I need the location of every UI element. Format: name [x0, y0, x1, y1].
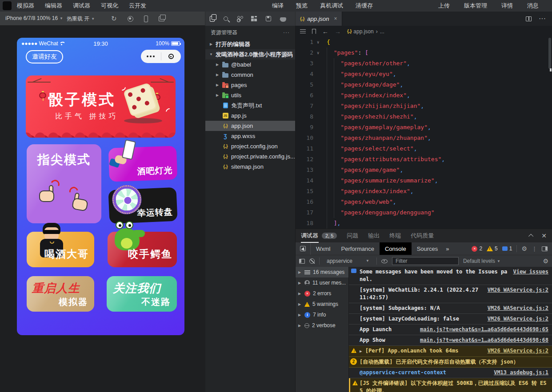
explorer-item-免责声明.txt[interactable]: 免责声明.txt [205, 100, 295, 111]
source-link[interactable]: VM26 WAService.js:2 [488, 347, 548, 355]
forward-arrow-icon[interactable]: → [335, 28, 341, 35]
console-sidebar-11-user-mes...[interactable]: ▶11 user mes... [296, 277, 348, 288]
open-editors-section[interactable]: ▶ 打开的编辑器 [205, 39, 295, 49]
search-icon[interactable] [224, 16, 228, 21]
split-editor-icon[interactable] [526, 16, 532, 21]
menu-item-编辑器[interactable]: 编辑器 [45, 2, 62, 10]
outline-icon[interactable] [300, 29, 306, 34]
more-tabs-icon[interactable]: » [443, 245, 452, 252]
dice-mode-banner[interactable]: 骰子模式 比手气 拼技巧 [26, 75, 176, 138]
explorer-item-utils[interactable]: ▶utils [205, 90, 295, 100]
explorer-item-common[interactable]: ▶common [205, 70, 295, 80]
tab-问题[interactable]: 问题 [347, 232, 358, 240]
inspect-element-icon[interactable] [300, 246, 306, 251]
close-tab-icon[interactable]: × [334, 16, 337, 22]
breadcrumb-more[interactable]: ... [380, 28, 384, 35]
devtools-menu-icon[interactable]: ⋮ [532, 245, 537, 252]
error-count[interactable]: ×2 [472, 245, 482, 252]
view-issues-link[interactable]: View issues [513, 268, 548, 276]
close-panel-icon[interactable]: ✕ [541, 232, 547, 239]
source-link[interactable]: VM26 WAService.js:2 [488, 286, 548, 294]
console-row[interactable]: Some messages have been moved to the Iss… [349, 267, 552, 285]
console-sidebar-2-verbose[interactable]: ▶2 verbose [296, 320, 348, 331]
code-line-10[interactable]: 10 "pages/zhuanpan/zhuanpan", [296, 133, 548, 143]
menu-item-编译[interactable]: 编译 [272, 2, 284, 10]
menu-item-详情[interactable]: 详情 [501, 2, 513, 10]
project-root-folder[interactable]: ▼ 发喝酒神器2.0微信小程序源码 [205, 49, 295, 59]
explorer-item-sitemap.json[interactable]: {..}sitemap.json [205, 162, 295, 172]
source-link[interactable]: VM26 WAService.js:2 [488, 305, 548, 312]
explorer-more-icon[interactable]: ··· [283, 29, 290, 36]
devtools-settings-icon[interactable]: ⚙ [521, 245, 527, 252]
device-selector[interactable]: iPhone 6/7/8 100% 16▼ [5, 15, 63, 21]
tile-lucky-wheel[interactable]: 幸运转盘 [108, 187, 177, 224]
vconsole-phone-icon[interactable] [144, 16, 148, 22]
menu-item-可视化[interactable]: 可视化 [101, 2, 118, 10]
live-expression-icon[interactable] [381, 259, 388, 263]
code-line-6[interactable]: 6 "pages/index/index", [296, 90, 548, 101]
tile-fingertip-mode[interactable]: 指尖模式 [27, 144, 101, 223]
restart-icon[interactable]: ↻ [111, 15, 117, 23]
console-sidebar-7-info[interactable]: ▶i7 info [296, 309, 348, 320]
explorer-item-app.wxss[interactable]: Ʒapp.wxss [205, 131, 295, 141]
log-levels-selector[interactable]: Default levels▼ [463, 258, 500, 264]
menu-item-清缓存[interactable]: 清缓存 [356, 2, 373, 10]
dock-side-icon[interactable] [542, 246, 548, 251]
console-row[interactable]: @appservice-current-contextVM13 asdebug.… [349, 368, 552, 378]
code-line-1[interactable]: 1∨{ [296, 37, 548, 48]
capsule-close-icon[interactable] [161, 54, 181, 59]
code-line-13[interactable]: 13 "pages/game/game", [296, 165, 548, 175]
tile-follow-us[interactable]: 关注我们 不迷路 [107, 276, 177, 312]
files-icon[interactable] [210, 16, 215, 22]
console-row[interactable]: ▶ [Perf] App.onLaunch took 64msVM26 WASe… [349, 346, 552, 357]
tab-app-json[interactable]: {..} app.json × [296, 12, 342, 26]
code-line-15[interactable]: 15 "pages/index3/index", [296, 186, 548, 197]
menu-item-调试器[interactable]: 调试器 [73, 2, 90, 10]
tile-restart-life[interactable]: 重启人生 模拟器 [27, 276, 94, 312]
back-arrow-icon[interactable]: ← [322, 28, 328, 35]
window-icon[interactable] [266, 16, 271, 21]
extensions-icon[interactable] [251, 16, 257, 22]
code-line-11[interactable]: 11 "pages/select/select", [296, 143, 548, 154]
explorer-item-project.private.config.js...[interactable]: {..}project.private.config.js... [205, 151, 295, 162]
fold-caret-icon[interactable]: ∨ [317, 48, 319, 58]
console-row[interactable]: [system] Subpackages: N/AVM26 WAService.… [349, 303, 552, 314]
explorer-item-pages[interactable]: ▶pages [205, 80, 295, 90]
code-line-18[interactable]: 18 ], [296, 218, 548, 229]
code-line-7[interactable]: 7 "pages/zhijian/zhijian", [296, 101, 548, 111]
code-line-4[interactable]: 4 "pages/eyu/eyu", [296, 69, 548, 79]
code-line-5[interactable]: 5 "pages/dage/dage", [296, 79, 548, 90]
code-area[interactable]: 1∨{2∨ "pages": [3 "pages/other/other",4 … [296, 37, 548, 229]
source-link[interactable]: main.js?t=wechat&s=1…a6a5d6de6443d698:68 [420, 337, 548, 344]
record-icon[interactable] [128, 16, 133, 22]
source-link[interactable]: main.js?t=wechat&s=1…a6a5d6de6443d698:65 [420, 326, 548, 333]
devtools-tab-performance[interactable]: Performance [336, 242, 380, 255]
more-actions-icon[interactable]: ··· [539, 15, 546, 23]
tab-输出[interactable]: 输出 [368, 232, 380, 240]
capsule-more-icon[interactable] [141, 55, 161, 57]
toggle-sidebar-icon[interactable] [299, 259, 305, 264]
devtools-tab-sources[interactable]: Sources [412, 242, 444, 255]
clear-console-icon[interactable] [309, 258, 315, 264]
menu-item-版本管理[interactable]: 版本管理 [464, 2, 487, 10]
console-sidebar-16-messages[interactable]: ▶16 messages [296, 267, 348, 277]
invite-friends-button[interactable]: 邀请好友 [26, 50, 63, 63]
console-row[interactable]: App Launchmain.js?t=wechat&s=1…a6a5d6de6… [349, 325, 552, 335]
console-filter-input[interactable]: Filter [392, 257, 459, 265]
menu-item-真机调试[interactable]: 真机调试 [320, 2, 343, 10]
code-line-8[interactable]: 8 "pages/shezhi/shezhi", [296, 111, 548, 122]
menu-item-模拟器[interactable]: 模拟器 [17, 2, 34, 10]
context-selector[interactable]: appservice ▼ [324, 258, 372, 264]
console-row[interactable]: [system] LazyCodeLoading: falseVM26 WASe… [349, 314, 552, 325]
code-line-16[interactable]: 16 "pages/web/web", [296, 197, 548, 207]
console-settings-icon[interactable]: ⚙ [543, 257, 548, 265]
menu-item-上传[interactable]: 上传 [438, 2, 450, 10]
console-row[interactable]: App Showmain.js?t=wechat&s=1…a6a5d6de644… [349, 335, 552, 346]
collapse-panel-icon[interactable] [528, 234, 533, 239]
code-line-12[interactable]: 12 "pages/attributes/attributes", [296, 154, 548, 165]
hot-reload-selector[interactable]: 热重载 开▼ [67, 15, 95, 23]
source-link[interactable]: VM26 WAService.js:2 [488, 315, 548, 323]
devtools-tab-console[interactable]: Console [380, 242, 412, 255]
tab-代码质量[interactable]: 代码质量 [411, 232, 434, 240]
code-line-17[interactable]: 17 "pages/dengguang/dengguang" [296, 207, 548, 218]
